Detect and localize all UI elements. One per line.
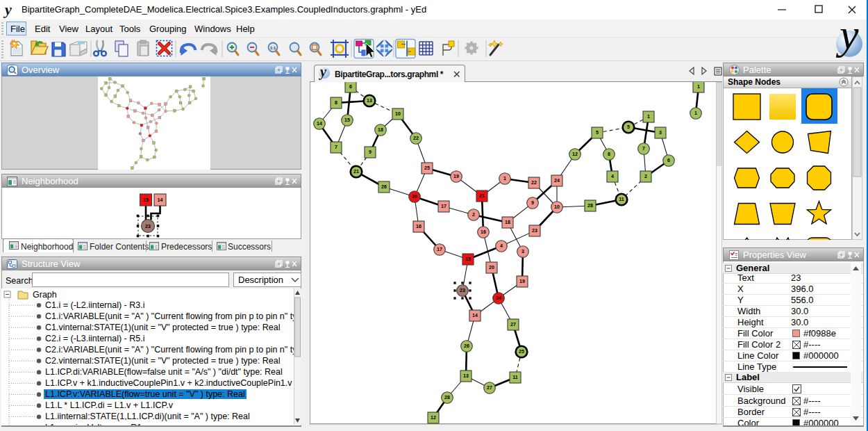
svg-text:19: 19: [519, 279, 525, 284]
svg-text:1: 1: [503, 176, 506, 181]
svg-text:7: 7: [642, 146, 645, 151]
svg-text:14: 14: [472, 313, 478, 318]
svg-text:6: 6: [349, 84, 352, 89]
svg-text:12: 12: [431, 415, 436, 420]
svg-text:5: 5: [596, 130, 599, 135]
svg-text:1: 1: [694, 111, 697, 115]
svg-text:24: 24: [496, 295, 501, 300]
svg-text:21: 21: [353, 169, 359, 174]
svg-text:14: 14: [317, 121, 322, 126]
svg-text:17: 17: [441, 204, 446, 209]
svg-text:23: 23: [460, 288, 465, 293]
svg-text:26: 26: [381, 184, 387, 189]
svg-text:21: 21: [479, 193, 485, 198]
svg-text:28: 28: [587, 203, 593, 208]
svg-text:28: 28: [444, 395, 450, 400]
svg-text:9: 9: [531, 200, 534, 205]
svg-text:25: 25: [424, 165, 430, 170]
svg-text:13: 13: [463, 373, 469, 378]
svg-text:12: 12: [572, 152, 578, 156]
svg-text:3: 3: [659, 130, 662, 135]
svg-text:11: 11: [512, 375, 518, 380]
svg-text:10: 10: [395, 111, 401, 116]
svg-text:18: 18: [378, 127, 383, 132]
svg-text:2: 2: [644, 174, 647, 179]
svg-text:20: 20: [412, 194, 417, 199]
svg-text:24: 24: [554, 178, 560, 183]
svg-text:1:1: 1:1: [270, 46, 276, 50]
svg-text:22: 22: [413, 136, 419, 140]
svg-text:15: 15: [143, 197, 149, 202]
svg-text:1: 1: [697, 84, 700, 89]
svg-text:4: 4: [500, 243, 503, 248]
svg-text:27: 27: [510, 322, 516, 327]
svg-text:6: 6: [667, 158, 670, 163]
svg-text:18: 18: [505, 220, 510, 225]
svg-text:19: 19: [453, 174, 459, 179]
svg-text:23: 23: [145, 224, 151, 229]
svg-text:26: 26: [464, 343, 469, 348]
svg-text:22: 22: [531, 180, 537, 185]
svg-text:11: 11: [619, 197, 624, 202]
svg-text:7: 7: [335, 145, 337, 149]
svg-text:2: 2: [472, 212, 475, 217]
svg-text:8: 8: [608, 152, 610, 156]
svg-text:13: 13: [367, 98, 372, 103]
svg-text:4: 4: [611, 174, 614, 179]
svg-text:27: 27: [487, 385, 492, 390]
svg-text:16: 16: [416, 224, 422, 229]
svg-text:5: 5: [627, 124, 630, 129]
svg-text:15: 15: [344, 117, 350, 122]
svg-text:16: 16: [481, 229, 486, 234]
svg-text:1: 1: [647, 114, 650, 119]
svg-text:25: 25: [519, 349, 524, 354]
svg-text:17: 17: [437, 247, 442, 252]
svg-text:20: 20: [489, 265, 494, 270]
svg-text:9: 9: [369, 149, 372, 154]
svg-text:3: 3: [521, 249, 524, 254]
svg-text:10: 10: [554, 204, 560, 209]
svg-text:14: 14: [158, 197, 163, 202]
svg-text:23: 23: [532, 228, 537, 233]
svg-text:8: 8: [335, 100, 337, 105]
svg-text:15: 15: [465, 257, 471, 261]
